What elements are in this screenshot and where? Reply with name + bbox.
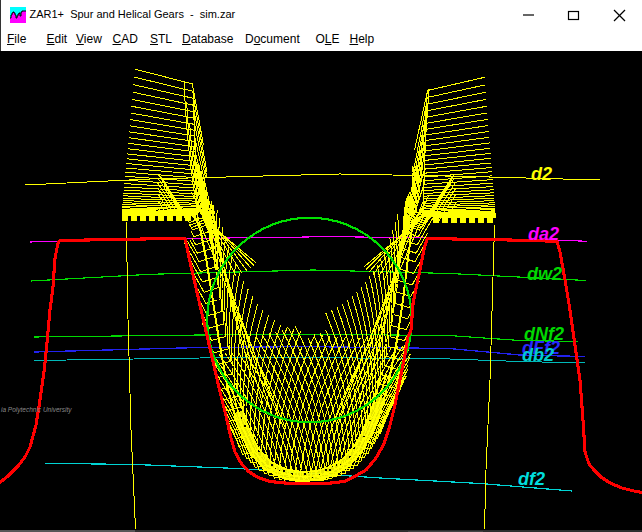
- svg-text:d2: d2: [531, 164, 552, 184]
- svg-text:db2: db2: [522, 345, 554, 365]
- svg-text:df2: df2: [518, 469, 545, 489]
- svg-text:dw2: dw2: [527, 264, 562, 284]
- svg-text:da2: da2: [528, 224, 559, 244]
- svg-text:ia Polytechnic University: ia Polytechnic University: [1, 406, 72, 414]
